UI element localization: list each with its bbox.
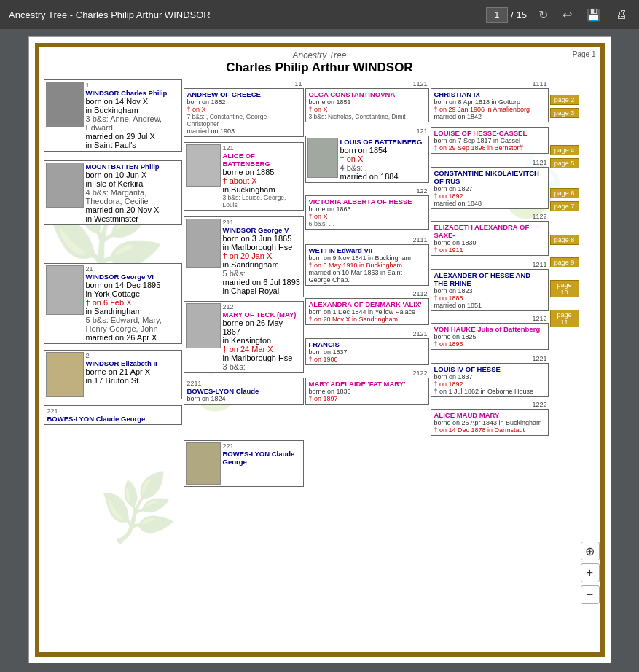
victoria-hesse-bbs: 6 b&s: . . [309, 220, 426, 227]
andrew-section: 11 ANDREW OF GREECE born on 1882 † on X … [184, 79, 304, 137]
page-link-6[interactable]: page 6 [550, 188, 579, 198]
alexandra-section: 2112 ALEXANDRA OF DENMARK 'ALIX' born on… [305, 289, 429, 325]
andrew-bbs: 7 b&s: , Constantine, George Christopher [187, 113, 300, 128]
alexandra-name[interactable]: ALEXANDRA OF DENMARK 'ALIX' [309, 300, 426, 308]
louis4-detail: † on 1 Jul 1862 in Osborne House [434, 388, 545, 395]
page-link-7[interactable]: page 7 [550, 201, 579, 211]
francis-born: born on 1837 [309, 348, 426, 356]
louis4-section: 1221 LOUIS IV OF HESSE born on 1837 † on… [431, 354, 549, 397]
louis-bat-name[interactable]: LOUIS OF BATTENBERG [340, 138, 427, 146]
spacer1 [44, 153, 182, 160]
current-page-input[interactable] [486, 7, 508, 23]
christian-name[interactable]: CHRISTIAN IX [434, 90, 545, 98]
zoom-out-button[interactable]: − [581, 585, 600, 604]
christian-num: 1111 [431, 79, 549, 88]
constantine-card: CONSTANTINE NIKOLAIEVITCH OF RUS born on… [431, 167, 549, 209]
elizabeth-info: 2 WINDSOR Elizabeth II borne on 21 Apr X… [86, 352, 180, 397]
george5-married: married on 6 Jul 1893 [223, 278, 302, 286]
main-content: 🌿 🍃 🌿 🍃 Ancestry Tree Charles Philip Art… [0, 29, 639, 671]
von-hauke-card: VON HAUKE Julia of Battenberg borne on 1… [431, 323, 549, 350]
olga-bbs: 3 b&s: Nicholas, Constantine, Dimit [309, 113, 426, 120]
page-link-2[interactable]: page 2 [550, 95, 579, 105]
alice-maud-section: 1222 ALICE MAUD MARY borne on 25 Apr 184… [431, 400, 549, 436]
page-link-4[interactable]: page 4 [550, 145, 579, 155]
toolbar-title: Ancestry Tree - Charles Philip Arthur WI… [9, 9, 477, 20]
alexandra-card: ALEXANDRA OF DENMARK 'ALIX' born on 1 De… [305, 298, 429, 325]
von-hauke-name[interactable]: VON HAUKE Julia of Battenberg [434, 325, 545, 333]
mountbatten-name[interactable]: MOUNTBATTEN Philip [86, 163, 180, 171]
louise-hesse-born: born on 7 Sep 1817 in Cassel [434, 137, 545, 144]
alexandra-dagger: † on 20 Nov X in Sandringham [309, 316, 426, 323]
col2: 11 ANDREW OF GREECE born on 1882 † on X … [184, 79, 304, 437]
louis-bat-info: LOUIS OF BATTENBERG born on 1854 † on X … [340, 138, 427, 181]
bowes-lyon-name[interactable]: BOWES-LYON Claude George [47, 415, 179, 423]
bowes-claude-name[interactable]: BOWES-LYON Claude George [223, 450, 302, 466]
charles-info: 1 WINDSOR Charles Philip born on 14 Nov … [86, 82, 180, 149]
wettin-dagger: † on 6 May 1910 in Buckingham [309, 262, 426, 269]
bottom-row: 221 BOWES-LYON Claude George [44, 440, 596, 487]
charles-born: born on 14 Nov X [86, 97, 180, 106]
elizabeth-saxe-name[interactable]: ELIZABETH ALEXANDRA OF SAXE- [434, 223, 545, 239]
louise-hesse-name[interactable]: LOUISE OF HESSE-CASSEL [434, 129, 545, 137]
mary-adelaide-name[interactable]: MARY ADELAIDE 'FAT MARY' [309, 380, 426, 388]
save-icon[interactable]: 💾 [584, 5, 604, 25]
george6-in2: in Sandringham [86, 307, 180, 316]
alexander-hesse-num: 1211 [431, 260, 549, 269]
alexander-hesse-married: married on 1851 [434, 302, 545, 309]
george5-section: 211 WINDSOR George V born on 3 Jun 1865 … [184, 216, 304, 297]
bowes-claude-card: 221 BOWES-LYON Claude George [184, 440, 304, 487]
alexander-hesse-card: ALEXANDER OF HESSE AND THE RHINE born on… [431, 269, 549, 311]
andrew-name[interactable]: ANDREW OF GREECE [187, 90, 300, 98]
francis-num: 2121 [305, 329, 429, 338]
mary-teck-in: in Kensington [223, 336, 302, 345]
page-link-8[interactable]: page 8 [550, 235, 579, 245]
bowes-lyon2-name[interactable]: BOWES-LYON Claude [187, 387, 300, 395]
zoom-fit-button[interactable]: ⊕ [581, 542, 600, 560]
alice-in: in Buckingham [223, 185, 302, 194]
mary-teck-name[interactable]: MARY OF TECK (MAY) [223, 310, 302, 319]
zoom-in-button[interactable]: + [581, 563, 600, 582]
mary-teck-dagger: † on 24 Mar X [223, 345, 302, 353]
alexander-hesse-born: born on 1823 [434, 287, 545, 294]
page-link-9[interactable]: page 9 [550, 257, 579, 267]
alice-name[interactable]: ALICE OF BATTENBERG [223, 152, 302, 168]
victoria-hesse-born: borne on 1863 [309, 206, 426, 213]
louis4-name[interactable]: LOUIS IV OF HESSE [434, 365, 545, 373]
constantine-name[interactable]: CONSTANTINE NIKOLAIEVITCH OF RUS [434, 169, 545, 185]
elizabeth-saxe-born: borne on 1830 [434, 239, 545, 246]
george6-photo [46, 265, 84, 315]
col3: 1121 OLGA CONSTANTINOVNA borne on 1851 †… [305, 79, 429, 437]
olga-dagger: † on X [309, 106, 426, 113]
george6-dagger: † on 6 Feb X [86, 298, 180, 307]
mountbatten-section: MOUNTBATTEN Philip born on 10 Jun X in I… [44, 160, 182, 225]
george6-name[interactable]: WINDSOR George VI [86, 273, 180, 281]
back-icon[interactable]: ↩ [560, 5, 575, 25]
refresh-icon[interactable]: ↻ [536, 5, 551, 25]
mary-teck-in2: in Marlborough Hse [223, 353, 302, 362]
wettin-name[interactable]: WETTIN Edward VII [309, 246, 426, 254]
mary-adelaide-dagger: † on 1897 [309, 395, 426, 402]
page-link-11[interactable]: page 11 [550, 310, 579, 327]
page-link-3[interactable]: page 3 [550, 108, 579, 118]
alice-card: 121 ALICE OF BATTENBERG borne on 1885 † … [184, 142, 304, 211]
george5-name[interactable]: WINDSOR George V [223, 226, 302, 234]
alexander-hesse-dagger: † on 1888 [434, 294, 545, 302]
elizabeth-name[interactable]: WINDSOR Elizabeth II [86, 359, 180, 367]
page-link-10[interactable]: page 10 [550, 280, 579, 297]
total-pages: 15 [517, 9, 527, 20]
page-link-5[interactable]: page 5 [550, 158, 579, 168]
george5-married-in: in Chapel Royal [223, 286, 302, 295]
mary-adelaide-section: 2122 MARY ADELAIDE 'FAT MARY' borne on 1… [305, 369, 429, 405]
christian-card: CHRISTIAN IX born on 8 Apr 1818 in Gotto… [431, 88, 549, 122]
george5-dagger: † on 20 Jan X [223, 251, 302, 260]
alexander-hesse-name[interactable]: ALEXANDER OF HESSE AND THE RHINE [434, 271, 545, 287]
elizabeth-in: in 17 Bruton St. [86, 376, 180, 385]
francis-name[interactable]: FRANCIS [309, 340, 426, 348]
alice-maud-name[interactable]: ALICE MAUD MARY [434, 411, 545, 419]
charles-photo [46, 82, 84, 127]
olga-name[interactable]: OLGA CONSTANTINOVNA [309, 90, 426, 98]
charles-name[interactable]: WINDSOR Charles Philip [86, 89, 180, 97]
print-icon[interactable]: 🖨 [613, 5, 630, 24]
victoria-hesse-section: 122 VICTORIA ALBERTA OF HESSE borne on 1… [305, 187, 429, 230]
victoria-hesse-name[interactable]: VICTORIA ALBERTA OF HESSE [309, 198, 426, 206]
